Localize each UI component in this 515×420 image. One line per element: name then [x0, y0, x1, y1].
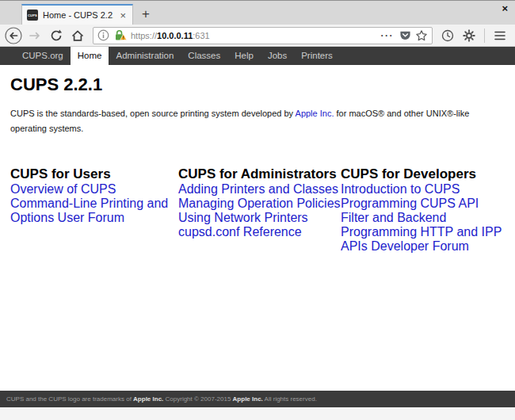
settings-button[interactable] — [459, 26, 479, 45]
cups-nav-printers[interactable]: Printers — [294, 47, 340, 65]
link-adding-printers[interactable]: Adding Printers and Classes — [178, 182, 338, 196]
footer-apple-link-2[interactable]: Apple Inc. — [233, 395, 263, 403]
footer-text-post: All rights reserved. — [263, 395, 317, 403]
home-icon — [71, 29, 85, 43]
column-developers: CUPS for Developers Introduction to CUPS… — [341, 166, 505, 254]
window-close-icon[interactable]: × — [502, 3, 508, 13]
new-tab-button[interactable]: + — [133, 4, 158, 25]
back-icon — [4, 26, 23, 45]
clock-icon — [441, 29, 454, 42]
cups-nav-cups-org[interactable]: CUPS.org — [15, 47, 71, 65]
url-text[interactable]: https://10.0.0.11:631 — [131, 31, 376, 40]
navigation-toolbar: https://10.0.0.11:631 ··· — [0, 25, 515, 47]
footer-text-mid: Copyright © 2007-2015 — [163, 395, 232, 403]
footer-apple-link-1[interactable]: Apple Inc. — [133, 395, 163, 403]
column-administrators: CUPS for Administrators Adding Printers … — [178, 166, 341, 254]
column-heading-administrators: CUPS for Administrators — [178, 166, 341, 182]
menu-button[interactable] — [490, 26, 510, 45]
browser-tab[interactable]: CUPS Home - CUPS 2.2.1 × — [21, 4, 133, 25]
link-cups-api[interactable]: CUPS API — [420, 197, 479, 210]
url-port: :631 — [193, 31, 209, 40]
page-actions-icon[interactable]: ··· — [380, 30, 396, 41]
hamburger-menu-icon — [494, 30, 506, 41]
link-overview-of-cups[interactable]: Overview of CUPS — [10, 182, 116, 196]
column-heading-users: CUPS for Users — [10, 166, 178, 182]
intro-paragraph: CUPS is the standards-based, open source… — [10, 106, 486, 137]
tab-title: Home - CUPS 2.2.1 — [43, 10, 113, 20]
cups-favicon-icon: CUPS — [27, 10, 38, 21]
cups-nav-bar: CUPS.org Home Administration Classes Hel… — [0, 47, 515, 65]
url-bar[interactable]: https://10.0.0.11:631 ··· — [93, 27, 433, 44]
forward-icon — [27, 28, 43, 44]
browser-window: CUPS Home - CUPS 2.2.1 × + × — [0, 0, 515, 420]
cups-nav-jobs[interactable]: Jobs — [261, 47, 294, 65]
url-protocol: https:// — [131, 31, 157, 40]
tab-close-icon[interactable]: × — [118, 10, 128, 21]
apple-inc-link[interactable]: Apple Inc. — [296, 109, 334, 118]
link-columns: CUPS for Users Overview of CUPS Command-… — [10, 166, 505, 254]
reload-icon — [49, 29, 63, 43]
back-button[interactable] — [3, 26, 24, 45]
cups-nav-home[interactable]: Home — [71, 47, 109, 65]
pocket-icon[interactable] — [399, 29, 411, 41]
cups-nav-administration[interactable]: Administration — [109, 47, 181, 65]
home-button[interactable] — [67, 26, 88, 45]
page-footer: CUPS and the CUPS logo are trademarks of… — [0, 391, 515, 407]
cups-nav-classes[interactable]: Classes — [181, 47, 227, 65]
link-user-forum[interactable]: User Forum — [58, 211, 124, 224]
link-developer-forum[interactable]: Developer Forum — [371, 239, 469, 253]
forward-button[interactable] — [25, 26, 45, 45]
column-heading-developers: CUPS for Developers — [341, 166, 505, 182]
footer-text-pre: CUPS and the CUPS logo are trademarks of — [6, 395, 133, 403]
lock-warning-icon[interactable] — [113, 29, 127, 41]
url-host: 10.0.0.11 — [157, 31, 193, 40]
link-cupsd-conf-reference[interactable]: cupsd.conf Reference — [178, 225, 302, 239]
tab-bar: CUPS Home - CUPS 2.2.1 × + × — [0, 1, 515, 25]
column-users: CUPS for Users Overview of CUPS Command-… — [10, 166, 178, 254]
link-network-printers[interactable]: Using Network Printers — [178, 211, 308, 224]
bookmark-star-icon[interactable] — [415, 29, 428, 42]
history-button[interactable] — [437, 26, 458, 45]
intro-text-pre: CUPS is the standards-based, open source… — [10, 109, 296, 118]
reload-button[interactable] — [46, 26, 67, 45]
link-managing-policies[interactable]: Managing Operation Policies — [178, 197, 341, 210]
site-info-icon[interactable] — [97, 29, 109, 41]
page-content: CUPS 2.2.1 CUPS is the standards-based, … — [0, 65, 515, 391]
cups-nav-help[interactable]: Help — [227, 47, 261, 65]
page-title: CUPS 2.2.1 — [10, 74, 505, 95]
toolbar-separator — [484, 29, 485, 43]
below-footer-area — [0, 407, 515, 420]
gear-icon — [463, 29, 475, 42]
